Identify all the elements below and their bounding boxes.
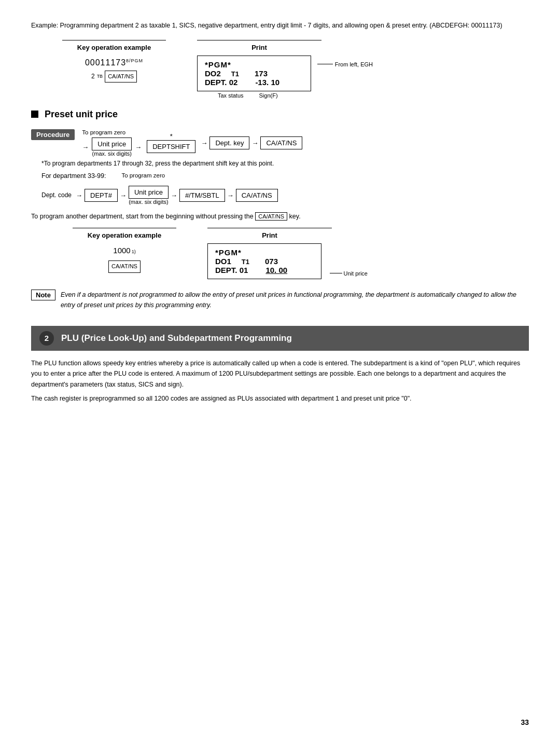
key-op-num-row-2: 1000 1) — [73, 243, 176, 257]
print-section-2: Print *PGM* DO1 T1 073 DEPT. 01 10. 00 U… — [207, 228, 332, 279]
note-box: Note Even if a department is not program… — [31, 290, 529, 310]
unit-price-sub: (max. six digits) — [92, 150, 132, 157]
unit-price-line — [330, 273, 342, 273]
deptshift-box: DEPTSHIFT — [147, 140, 195, 153]
do1-line: DO1 T1 073 — [215, 257, 314, 266]
print-wrapper-1: *PGM* DO2 T1 173 DEPT. 02 -13. 10 From l… — [197, 56, 311, 91]
section2-header: 2 PLU (Price Look-Up) and Subdepartment … — [31, 326, 529, 351]
to-program-zero-row: To program zero — [82, 129, 143, 135]
dept33-section: For department 33-99: To program zero De… — [41, 172, 529, 205]
key-op-header-2: Key operation example — [73, 231, 176, 239]
unit-price-row: → Unit price (max. six digits) → — [82, 138, 143, 157]
print-receipt-1: *PGM* DO2 T1 173 DEPT. 02 -13. 10 From l… — [197, 56, 311, 91]
dept01-line: DEPT. 01 10. 00 — [215, 266, 314, 274]
ca-at-ns-box-2: CA/AT/NS — [108, 260, 141, 273]
example2-section: Key operation example 1000 1) CA/AT/NS P… — [73, 228, 529, 279]
key-op-box-1: Key operation example 000111738/PGM 2 TB… — [62, 40, 166, 99]
section2-title: PLU (Price Look-Up) and Subdepartment Pr… — [61, 333, 292, 343]
key-op-content-2: 1000 1) CA/AT/NS — [73, 243, 176, 273]
procedure-flowchart: Procedure To program zero → Unit price (… — [31, 129, 529, 205]
dept33-header-row: For department 33-99: To program zero — [41, 172, 529, 184]
black-square-icon — [31, 111, 38, 118]
dept-hash-box: DEPT# — [85, 189, 118, 202]
ca-at-ns-box-dept33: CA/AT/NS — [236, 189, 278, 202]
print-header-1: Print — [197, 44, 321, 51]
row2-sup: TB — [97, 72, 103, 80]
to-program-zero-2: To program zero — [121, 172, 165, 178]
print-box-1: Print *PGM* DO2 T1 173 DEPT. 02 -13. 10 … — [197, 40, 321, 99]
another-dept-text: To program another department, start fro… — [31, 212, 529, 221]
hash-tm-sbtl-box: #/TM/SBTL — [179, 189, 225, 202]
procedure-label: Procedure — [31, 129, 75, 140]
section2-para1: The PLU function allows speedy key entri… — [31, 358, 529, 390]
pgm-line-2: *PGM* — [215, 248, 314, 257]
from-left-egh: From left, EGH — [317, 61, 373, 67]
unit-price-sub-2: (max. six digits) — [129, 199, 168, 205]
deptshift-block: * DEPTSHIFT — [147, 132, 195, 153]
key-op-superscript-1: 8/PGM — [126, 58, 143, 63]
main-flow: To program zero → Unit price (max. six d… — [82, 129, 302, 157]
unit-price-box-2: Unit price — [129, 186, 169, 199]
two-choices: To program zero → Unit price (max. six d… — [82, 129, 143, 157]
flow-top-row: To program zero → Unit price (max. six d… — [82, 129, 302, 157]
asterisk-note: *To program departments 17 through 32, p… — [41, 160, 529, 167]
ca-at-ns-inline-box: CA/AT/NS — [255, 212, 287, 221]
key-op-sup-2: 1) — [132, 248, 136, 256]
key-op-num-1: 000111738/PGM — [62, 56, 166, 71]
intro-text: Example: Programming department 2 as tax… — [31, 21, 529, 31]
section2-number: 2 — [39, 331, 54, 346]
note-label: Note — [31, 290, 55, 300]
unit-price-annotation: Unit price — [330, 270, 368, 277]
section2-para2: The cash register is preprogrammed so al… — [31, 393, 529, 404]
print-header-2: Print — [207, 231, 332, 239]
ca-at-ns-box-1: CA/AT/NS — [105, 71, 137, 83]
note-content: Even if a department is not programmed t… — [61, 290, 529, 310]
do2-line-1: DO2 T1 173 — [205, 69, 303, 78]
dept-code-label: Dept. code — [41, 191, 72, 199]
dept33-flow-row: Dept. code → DEPT# → Unit price (max. si… — [41, 186, 529, 205]
key-op-box-row-2: CA/AT/NS — [73, 259, 176, 273]
page-number: 33 — [521, 718, 529, 726]
dept-key-box: Dept. key — [209, 136, 249, 149]
print-section-1: Print *PGM* DO2 T1 173 DEPT. 02 -13. 10 … — [197, 40, 321, 99]
example1-section: Key operation example 000111738/PGM 2 TB… — [62, 40, 529, 99]
key-op-box-2: Key operation example 1000 1) CA/AT/NS — [73, 228, 176, 279]
key-op-row2-1: 2 TB CA/AT/NS — [62, 71, 166, 83]
to-program-zero-label-1: To program zero — [82, 129, 125, 135]
unit-price-block-2: Unit price (max. six digits) — [129, 186, 169, 205]
ca-at-ns-box-main: CA/AT/NS — [260, 136, 302, 149]
unit-price-block: Unit price (max. six digits) — [92, 138, 132, 157]
print-receipt-2: *PGM* DO1 T1 073 DEPT. 01 10. 00 Unit pr… — [207, 243, 321, 279]
pgm-line-1: *PGM* — [205, 60, 303, 69]
unit-price-box: Unit price — [92, 138, 132, 150]
for-dept33-label: For department 33-99: — [41, 172, 106, 180]
preset-unit-price-title: Preset unit price — [45, 109, 118, 120]
preset-unit-price-heading: Preset unit price — [31, 109, 529, 120]
dept-line-1: DEPT. 02 -13. 10 — [205, 78, 303, 87]
key-op-header-1: Key operation example — [62, 44, 166, 51]
tax-sign-row: Tax status Sign(F) — [197, 92, 321, 99]
key-op-content-1: 000111738/PGM 2 TB CA/AT/NS — [62, 56, 166, 83]
print-box-2: Print *PGM* DO1 T1 073 DEPT. 01 10. 00 U… — [207, 228, 332, 279]
